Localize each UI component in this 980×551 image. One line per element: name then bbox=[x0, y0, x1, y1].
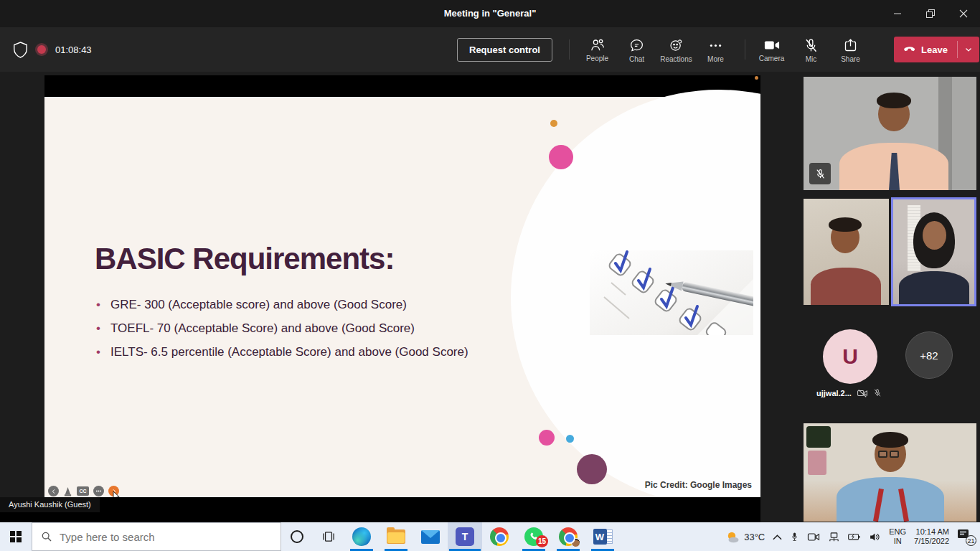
tray-camera-icon[interactable] bbox=[807, 532, 820, 542]
taskbar-app-chrome[interactable] bbox=[482, 522, 517, 551]
system-tray: 33°C ENG IN 10:14 AM 7/15/2022 21 bbox=[725, 527, 980, 546]
taskbar-app-chrome-profile[interactable] bbox=[551, 522, 585, 551]
word-icon: W bbox=[593, 529, 613, 545]
close-button[interactable] bbox=[947, 0, 980, 27]
camera-label: Camera bbox=[759, 55, 785, 62]
share-icon bbox=[843, 38, 858, 53]
hangup-icon bbox=[903, 46, 916, 53]
meeting-timer: 01:08:43 bbox=[55, 44, 92, 55]
pic-credit-text: Pic Credit: Google Images bbox=[645, 480, 752, 490]
taskbar-app-mail[interactable] bbox=[413, 522, 448, 551]
leave-options-button[interactable] bbox=[958, 37, 979, 62]
camera-button[interactable]: Camera bbox=[752, 32, 791, 69]
previous-slide-button[interactable] bbox=[48, 486, 59, 496]
minimize-button[interactable] bbox=[881, 0, 914, 27]
participant-avatar[interactable]: U bbox=[823, 329, 877, 384]
arrow-left-icon bbox=[51, 489, 57, 494]
request-control-button[interactable]: Request control bbox=[457, 38, 552, 62]
camera-off-icon bbox=[857, 389, 867, 397]
more-button[interactable]: More bbox=[696, 32, 735, 69]
toolbar-divider bbox=[569, 39, 570, 60]
slide-decor-circle-pink-small bbox=[539, 430, 555, 446]
mic-label: Mic bbox=[806, 55, 817, 63]
mail-icon bbox=[421, 530, 440, 544]
slide-decor-dot-orange bbox=[550, 120, 557, 127]
leave-button[interactable]: Leave bbox=[894, 37, 957, 62]
minimize-icon bbox=[893, 9, 902, 18]
taskbar-app-file-explorer[interactable] bbox=[379, 522, 413, 551]
toolbar-divider bbox=[745, 39, 745, 60]
captions-button[interactable]: CC bbox=[77, 486, 89, 496]
tray-time: 10:14 AM bbox=[916, 527, 949, 537]
chat-button[interactable]: Chat bbox=[617, 32, 656, 69]
reactions-label: Reactions bbox=[660, 55, 692, 63]
person-silhouette bbox=[829, 217, 862, 232]
person-glasses bbox=[878, 451, 899, 458]
person-silhouette bbox=[923, 221, 946, 250]
whatsapp-icon: 15 bbox=[524, 527, 543, 546]
share-button[interactable]: Share bbox=[831, 32, 870, 69]
clock-widget[interactable]: 10:14 AM 7/15/2022 bbox=[914, 527, 949, 546]
person-silhouette bbox=[872, 432, 908, 448]
tile-mic-muted-badge bbox=[809, 163, 831, 184]
taskbar-app-teams[interactable]: T bbox=[448, 522, 482, 551]
maximize-button[interactable] bbox=[914, 0, 947, 27]
checklist-photo bbox=[590, 250, 753, 335]
tray-volume-icon[interactable] bbox=[869, 532, 881, 542]
language-indicator[interactable]: ENG IN bbox=[889, 527, 906, 546]
tray-network-icon[interactable] bbox=[828, 532, 840, 542]
chat-icon bbox=[629, 38, 644, 53]
restore-icon bbox=[926, 9, 935, 18]
presenter-name-label: Ayushi Kaushik (Guest) bbox=[0, 497, 100, 512]
meeting-toolbar: 01:08:43 Request control People Chat Rea… bbox=[0, 27, 980, 72]
mic-muted-icon bbox=[804, 38, 819, 53]
tray-expand-chevron[interactable] bbox=[773, 534, 782, 540]
video-tile-participant-2[interactable] bbox=[804, 199, 889, 305]
slide-bullet: TOEFL- 70 (Acceptable Score) and above (… bbox=[96, 321, 468, 336]
video-tile-participant-4[interactable] bbox=[804, 423, 976, 522]
recording-indicator bbox=[37, 45, 46, 54]
tray-date: 7/15/2022 bbox=[914, 537, 949, 546]
reactions-button[interactable]: Reactions bbox=[656, 32, 696, 69]
people-label: People bbox=[586, 55, 608, 62]
stage-bottom-strip bbox=[0, 497, 760, 522]
person-silhouette bbox=[811, 268, 881, 305]
tray-mic-icon[interactable] bbox=[790, 531, 799, 542]
taskbar-search[interactable] bbox=[32, 522, 281, 551]
task-view-icon bbox=[322, 531, 335, 542]
teams-icon: T bbox=[456, 527, 474, 546]
start-button[interactable] bbox=[0, 522, 32, 551]
video-tile-participant-1[interactable] bbox=[804, 77, 976, 190]
slide-decor-circle-plum bbox=[577, 454, 607, 484]
presenter-controls: CC bbox=[48, 486, 119, 496]
search-icon bbox=[41, 531, 52, 542]
weather-icon bbox=[725, 531, 740, 543]
weather-widget[interactable]: 33°C bbox=[725, 531, 765, 543]
people-icon bbox=[590, 38, 606, 52]
action-center-button[interactable]: 21 bbox=[957, 529, 974, 545]
mouse-cursor bbox=[113, 491, 121, 497]
people-button[interactable]: People bbox=[578, 32, 617, 69]
task-view-button[interactable] bbox=[313, 522, 344, 551]
next-slide-button[interactable] bbox=[108, 486, 119, 496]
tray-battery-icon[interactable] bbox=[848, 532, 861, 542]
taskbar-app-whatsapp[interactable]: 15 bbox=[517, 522, 551, 551]
video-tile-active-speaker[interactable] bbox=[891, 197, 976, 306]
taskbar-app-word[interactable]: W bbox=[585, 522, 620, 551]
slide-decor-circle-pink bbox=[549, 145, 573, 169]
window-titlebar: Meeting in "General" bbox=[0, 0, 980, 27]
mic-button[interactable]: Mic bbox=[791, 32, 831, 69]
overflow-participants-badge[interactable]: +82 bbox=[905, 331, 953, 379]
chrome-icon bbox=[490, 527, 509, 546]
file-explorer-icon bbox=[387, 529, 405, 544]
slide-decor-dot-blue bbox=[566, 435, 574, 443]
shared-slide: BASIC Requirements: GRE- 300 (Acceptable… bbox=[44, 75, 760, 497]
more-slide-options-button[interactable] bbox=[93, 486, 104, 496]
laser-pointer-button[interactable] bbox=[63, 486, 72, 496]
search-input[interactable] bbox=[60, 531, 246, 543]
security-shield-icon bbox=[13, 42, 28, 58]
cortana-button[interactable] bbox=[281, 522, 313, 551]
chevron-down-icon bbox=[964, 45, 973, 54]
slide-bullet: IELTS- 6.5 percentile (Acceptable Score)… bbox=[96, 345, 468, 359]
taskbar-app-edge[interactable] bbox=[344, 522, 379, 551]
